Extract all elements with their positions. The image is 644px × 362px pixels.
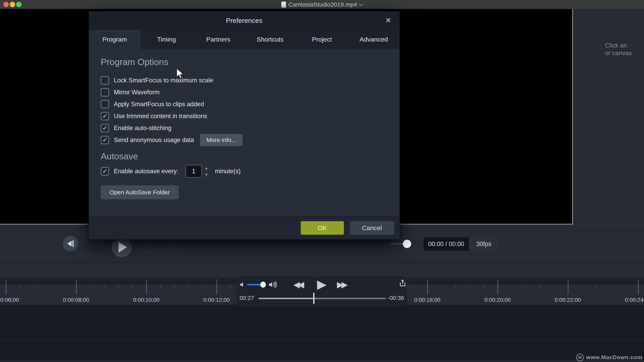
progress-bar-played[interactable] [258,298,313,299]
ruler-label: 0:00:10;00 [133,297,160,303]
window-title-group[interactable]: MP4 CamtasiaStudio2019.mp4 [282,1,362,8]
minimize-traffic-light[interactable] [10,2,15,7]
ruler-tick [160,285,161,290]
rewind-button[interactable]: ◀◀ [293,280,302,289]
checkbox[interactable]: ✓ [101,136,109,144]
playback-extra-button-1[interactable] [86,240,100,254]
dialog-body: Program Options ✓Lock SmartFocus to maxi… [89,49,400,217]
dialog-header[interactable]: Preferences ✕ [89,11,400,30]
progress-bar-remaining[interactable] [314,298,386,299]
open-autosave-folder-button[interactable]: Open AutoSave Folder [101,185,179,199]
checkbox[interactable]: ✓ [101,124,109,132]
checkbox-row[interactable]: ✓Enable auto-stitching [101,122,400,134]
volume-slider-thumb[interactable] [260,282,266,288]
ruler-tick [512,285,512,290]
ruler-tick [231,285,231,290]
ruler-tick [610,285,610,290]
timeline-divider [0,262,644,263]
tab-shortcuts[interactable]: Shortcuts [244,30,296,49]
watermark-text: www.MacDown.com [586,354,642,361]
playback-extra-button-3[interactable] [164,240,178,254]
canvas-hint-text: Click an or canvas [605,42,644,57]
ruler-label: 0:00:20;00 [484,297,511,303]
checkbox-label: Enable auto-stitching [114,124,172,132]
checkbox-label: Mirror Waveform [114,89,160,96]
ruler-tick [216,279,217,294]
checkbox-label: Apply SmartFocus to clips added [114,101,204,108]
checkbox-row[interactable]: ✓Mirror Waveform [101,86,400,98]
window-title: CamtasiaStudio2019.mp4 [288,1,357,8]
tab-project[interactable]: Project [296,30,348,49]
checkbox-row[interactable]: ✓Apply SmartFocus to clips added [101,98,400,110]
cancel-button[interactable]: Cancel [350,221,394,235]
panel-divider-vertical [578,9,578,225]
ruler-tick [455,285,456,290]
ruler-tick [498,279,498,294]
checkbox[interactable]: ✓ [101,112,109,120]
dialog-footer: OK Cancel [89,216,400,239]
ruler-label: 0:00:24;00 [625,297,644,303]
timecode-display: 00:00 / 00:00 [424,237,469,251]
checkbox-label: Send anonymous usage data [114,136,194,144]
close-icon[interactable]: ✕ [384,16,393,25]
tab-program[interactable]: Program [89,30,140,49]
checkbox-row[interactable]: ✓Lock SmartFocus to maximum scale [101,74,400,86]
tab-partners[interactable]: Partners [192,30,244,49]
fps-display[interactable]: 30fps [469,237,498,251]
volume-low-icon[interactable] [239,281,247,288]
dialog-tab-bar: ProgramTimingPartnersShortcutsProjectAdv… [89,30,400,49]
ruler-label: 0:00:06;00 [0,297,19,303]
ruler-tick [442,285,442,290]
editor-play-button[interactable] [112,237,132,257]
zoom-traffic-light[interactable] [16,2,22,7]
ruler-tick [188,285,189,290]
fast-forward-button[interactable]: ▶▶ [337,280,346,289]
remaining-time: -00:36 [388,295,404,301]
program-options-heading: Program Options [101,57,400,67]
ok-button[interactable]: OK [301,221,344,235]
tab-advanced[interactable]: Advanced [348,30,400,49]
autosave-interval-input[interactable]: 1 [186,165,202,178]
share-icon[interactable] [398,279,407,288]
scrubber-handle[interactable] [403,240,411,248]
track-divider [0,340,644,340]
ruler-tick [540,285,540,290]
playback-extra-button-2[interactable] [141,240,155,254]
timeline-tracks[interactable] [0,305,644,362]
play-button[interactable]: ▶ [317,277,326,291]
checkbox[interactable]: ✓ [101,76,109,84]
step-back-button[interactable] [63,236,78,251]
more-info-button[interactable]: More info... [200,134,242,146]
tab-timing[interactable]: Timing [140,30,192,49]
check-icon: ✓ [102,125,107,131]
checkbox[interactable]: ✓ [101,100,109,108]
checkbox-row[interactable]: ✓Send anonymous usage dataMore info... [101,134,400,146]
stepper-down-icon[interactable]: ▼ [203,172,210,177]
check-icon: ✓ [102,137,107,143]
ruler-tick [624,285,624,290]
ruler-tick [132,285,132,290]
ruler-tick [48,285,48,290]
scrubber-track[interactable] [390,243,404,244]
check-icon: ✓ [102,168,107,174]
checkbox[interactable]: ✓ [101,88,109,96]
ruler-tick [174,285,175,290]
ruler-tick [484,285,484,290]
ruler-label: 0:00:12;00 [204,297,230,303]
progress-marker[interactable] [313,293,314,304]
ruler-tick [34,285,34,290]
autosave-label: Enable autosave every: [114,168,178,175]
ruler-tick [596,285,596,290]
ruler-tick [526,285,526,290]
checkbox-row[interactable]: ✓Use trimmed content in transitions [101,110,400,122]
ruler-label: 0:00:18;00 [414,297,440,303]
volume-high-icon[interactable] [268,280,278,289]
ruler-tick [582,285,582,290]
close-traffic-light[interactable] [4,2,9,7]
ruler-tick [104,285,104,290]
ruler-label: 0:00:08;00 [63,297,89,303]
autosave-interval-stepper: ▲ ▼ [203,165,210,177]
autosave-checkbox[interactable]: ✓ [101,167,109,175]
stepper-up-icon[interactable]: ▲ [203,165,210,171]
chevron-down-icon[interactable] [359,1,364,6]
